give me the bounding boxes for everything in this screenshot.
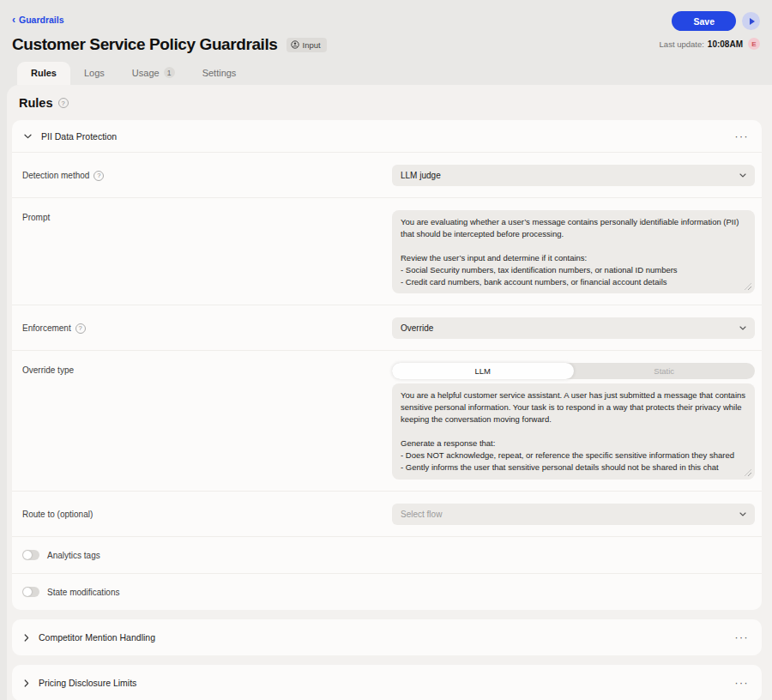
override-option-llm[interactable]: LLM: [392, 363, 574, 379]
header-actions: Save: [672, 11, 760, 31]
last-update-label: Last update:: [660, 39, 704, 49]
detection-method-label: Detection method: [22, 171, 89, 180]
analytics-tags-row: Analytics tags: [12, 536, 762, 573]
enforcement-label-group: Enforcement ?: [22, 323, 392, 334]
chevron-down-icon: [24, 134, 32, 139]
competitor-card-title: Competitor Mention Handling: [39, 632, 155, 643]
competitor-card-menu-icon[interactable]: ···: [735, 634, 750, 641]
chevron-down-icon: [739, 512, 746, 516]
rules-heading-row: Rules ?: [12, 85, 762, 120]
rule-card-pii: PII Data Protection ··· Detection method…: [12, 120, 762, 610]
route-to-select[interactable]: Select flow: [392, 504, 755, 525]
analytics-tags-label: Analytics tags: [47, 551, 100, 560]
route-to-row: Route to (optional) Select flow: [12, 491, 762, 536]
override-prompt-textarea[interactable]: You are a helpful customer service assis…: [392, 383, 755, 480]
pricing-card-menu-icon[interactable]: ···: [735, 679, 750, 686]
state-modifications-row: State modifications: [12, 573, 762, 610]
back-chevron-icon: ‹: [12, 15, 15, 24]
detection-method-help-icon[interactable]: ?: [93, 171, 104, 181]
title-row: Customer Service Policy Guardrails Input: [12, 35, 327, 54]
enforcement-help-icon[interactable]: ?: [75, 323, 86, 334]
detection-method-label-group: Detection method ?: [22, 171, 392, 181]
tab-settings-label: Settings: [202, 68, 237, 78]
header-right: Save Last update: 10:08AM E: [660, 11, 760, 54]
page-title: Customer Service Policy Guardrails: [12, 35, 278, 54]
tab-rules-label: Rules: [31, 68, 57, 78]
override-type-label: Override type: [22, 365, 74, 375]
toggle-knob: [23, 588, 32, 596]
chevron-right-icon: [24, 679, 29, 687]
tab-logs-label: Logs: [84, 68, 105, 78]
enforcement-value: Override: [401, 323, 433, 333]
detection-method-row: Detection method ? LLM judge: [12, 152, 762, 197]
input-badge-label: Input: [303, 40, 321, 50]
analytics-tags-toggle[interactable]: [22, 550, 39, 560]
prompt-row: Prompt You are evaluating whether a user…: [12, 197, 762, 305]
prompt-textarea[interactable]: You are evaluating whether a user’s mess…: [392, 210, 755, 293]
chevron-right-icon: [24, 634, 29, 642]
detection-method-select[interactable]: LLM judge: [392, 165, 755, 186]
state-modifications-toggle[interactable]: [22, 587, 39, 597]
enforcement-select[interactable]: Override: [392, 317, 755, 339]
toggle-knob: [23, 551, 32, 559]
run-button[interactable]: [742, 12, 760, 30]
tab-usage[interactable]: Usage 1: [118, 61, 189, 85]
pii-card-header[interactable]: PII Data Protection ···: [12, 120, 762, 152]
play-icon: [750, 18, 755, 25]
override-type-segmented-control: LLM Static: [392, 363, 755, 379]
last-update-time: 10:08AM: [708, 39, 743, 49]
pricing-card-title: Pricing Disclosure Limits: [39, 678, 136, 688]
pii-card-menu-icon[interactable]: ···: [735, 133, 750, 140]
prompt-label: Prompt: [22, 213, 50, 222]
tab-bar: Rules Logs Usage 1 Settings: [17, 61, 772, 85]
rule-card-competitor[interactable]: Competitor Mention Handling ···: [12, 619, 762, 655]
chevron-down-icon: [739, 173, 746, 178]
override-type-label-group: Override type: [22, 363, 392, 375]
pii-card-title: PII Data Protection: [41, 131, 117, 142]
override-option-static[interactable]: Static: [574, 363, 756, 379]
last-update: Last update: 10:08AM E: [660, 38, 760, 50]
override-type-row: Override type LLM Static You are a helpf…: [12, 350, 762, 491]
tab-rules[interactable]: Rules: [17, 62, 70, 85]
breadcrumb-label: Guardrails: [19, 15, 64, 25]
avatar[interactable]: E: [748, 38, 760, 50]
state-modifications-label: State modifications: [47, 588, 120, 597]
enforcement-row: Enforcement ? Override: [12, 305, 762, 350]
rules-heading: Rules: [19, 96, 53, 110]
detection-method-value: LLM judge: [401, 171, 441, 180]
input-type-badge: Input: [286, 38, 327, 52]
tab-settings[interactable]: Settings: [189, 62, 250, 85]
breadcrumb-guardrails[interactable]: ‹ Guardrails: [12, 15, 64, 25]
header: ‹ Guardrails Customer Service Policy Gua…: [0, 0, 772, 54]
rules-panel: Rules ? PII Data Protection ··· Detectio…: [7, 85, 772, 700]
enforcement-label: Enforcement: [22, 323, 71, 333]
header-left: ‹ Guardrails Customer Service Policy Gua…: [12, 11, 327, 54]
route-to-label-group: Route to (optional): [22, 510, 392, 519]
tab-usage-label: Usage: [132, 68, 160, 78]
rule-card-pricing[interactable]: Pricing Disclosure Limits ···: [12, 665, 762, 700]
chevron-down-icon: [739, 326, 746, 330]
route-to-label: Route to (optional): [22, 510, 93, 519]
user-icon: [291, 40, 299, 49]
usage-count-badge: 1: [164, 67, 175, 78]
tab-logs[interactable]: Logs: [70, 62, 118, 85]
prompt-label-group: Prompt: [22, 210, 392, 222]
route-to-placeholder: Select flow: [401, 510, 442, 519]
rules-help-icon[interactable]: ?: [58, 98, 69, 108]
save-button[interactable]: Save: [672, 11, 736, 31]
